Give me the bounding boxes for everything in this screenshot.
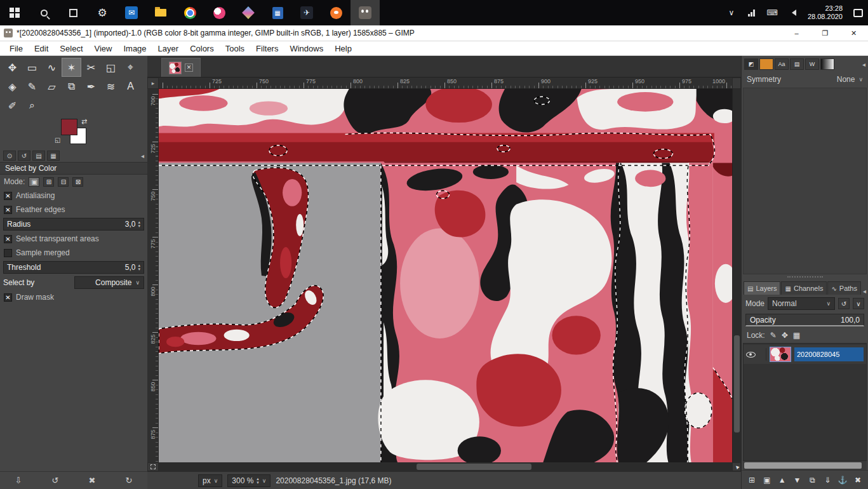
tool-crop[interactable]: ✂	[81, 58, 101, 77]
quick-mask-toggle[interactable]	[147, 462, 159, 471]
select-transparent-option[interactable]: Select transparent areas	[0, 232, 147, 246]
menu-filters[interactable]: Filters	[250, 41, 284, 56]
threshold-value[interactable]: 5,0	[125, 263, 136, 272]
zoom-dropdown[interactable]: 300 % ▴▾ ∨	[227, 474, 270, 487]
lower-layer-button[interactable]: ▼	[791, 474, 804, 486]
radius-spinner[interactable]: Radius 3,0 ▴▾	[3, 218, 144, 231]
menu-help[interactable]: Help	[329, 41, 357, 56]
network-button[interactable]	[742, 0, 762, 25]
delete-options-button[interactable]: ✖	[77, 474, 107, 488]
vertical-scrollbar-thumb[interactable]	[734, 335, 740, 432]
taskbar-app-calculator[interactable]: ▦	[263, 0, 292, 25]
volume-button[interactable]	[782, 0, 803, 25]
merge-down-button[interactable]: ⇓	[821, 474, 834, 486]
menu-file[interactable]: File	[4, 41, 29, 56]
restore-options-button[interactable]: ↺	[41, 474, 70, 488]
vertical-ruler[interactable]: 700 725 750 775 800 825 850 875	[147, 89, 159, 462]
foreground-color-swatch[interactable]	[61, 119, 77, 135]
document-history-tab[interactable]: ▤	[790, 58, 804, 70]
tool-zoom[interactable]: ⌕	[22, 96, 42, 115]
menu-windows[interactable]: Windows	[284, 41, 329, 56]
spin-down-icon[interactable]: ▾	[138, 224, 140, 228]
mode-menu-button[interactable]: ∨	[853, 298, 864, 309]
taskbar-app-gimp[interactable]	[351, 0, 380, 25]
menu-view[interactable]: View	[89, 41, 118, 56]
dialogs-tab[interactable]: ▦	[47, 151, 60, 161]
symmetry-dropdown[interactable]: None ∨	[837, 75, 863, 84]
tool-unified-transform[interactable]: ◱	[101, 58, 121, 77]
blend-space-button[interactable]: ↺	[838, 298, 850, 309]
tab-channels[interactable]: ▦ Channels	[781, 281, 827, 295]
canvas[interactable]	[159, 89, 732, 462]
tool-text[interactable]: A	[121, 77, 140, 96]
taskbar-app-blender[interactable]	[321, 0, 351, 25]
horizontal-scrollbar-thumb[interactable]	[417, 464, 531, 470]
raise-layer-button[interactable]: ▲	[776, 474, 789, 486]
duplicate-layer-button[interactable]: ⧉	[806, 474, 818, 486]
draw-mask-option[interactable]: Draw mask	[0, 290, 147, 304]
dock-collapse-icon[interactable]: ◂	[141, 152, 144, 159]
draw-mask-checkbox[interactable]	[4, 293, 12, 302]
tool-color-picker[interactable]: ✐	[3, 96, 22, 115]
taskbar-app-chrome[interactable]	[175, 0, 204, 25]
feather-edges-checkbox[interactable]	[4, 206, 12, 214]
new-group-button[interactable]: ▣	[761, 474, 773, 486]
ruler-corner-button[interactable]: ▸	[147, 77, 159, 89]
feather-edges-option[interactable]: Feather edges	[0, 203, 147, 217]
brush-editor-tab[interactable]: W	[805, 58, 819, 70]
tool-clone[interactable]: ⧉	[62, 77, 81, 96]
minimize-button[interactable]: –	[782, 25, 811, 41]
tray-chevron-button[interactable]: ∨	[721, 0, 742, 25]
anchor-layer-button[interactable]: ⚓	[836, 474, 849, 486]
taskbar-app-mail[interactable]: ✉	[117, 0, 146, 25]
menu-tools[interactable]: Tools	[220, 41, 250, 56]
navigation-button[interactable]: ▲	[732, 462, 741, 471]
taskbar-app-explorer[interactable]	[146, 0, 175, 25]
tab-close-icon[interactable]: ✕	[185, 64, 193, 72]
mode-subtract-button[interactable]: ⊟	[58, 177, 69, 187]
tool-ink[interactable]: ✒	[81, 77, 101, 96]
notifications-button[interactable]	[848, 0, 868, 25]
close-button[interactable]: ✕	[839, 25, 868, 41]
lock-alpha-icon[interactable]: ▦	[793, 331, 800, 340]
vertical-scrollbar[interactable]	[732, 89, 741, 462]
mode-intersect-button[interactable]: ⊠	[72, 177, 83, 187]
sample-merged-checkbox[interactable]	[4, 249, 12, 257]
taskbar-app-paper-plane[interactable]: ✈	[292, 0, 321, 25]
fonts-tab[interactable]: Aa	[775, 58, 789, 70]
lock-pixels-icon[interactable]: ✎	[770, 331, 777, 340]
menu-layer[interactable]: Layer	[152, 41, 185, 56]
layer-link-cell[interactable]	[759, 348, 766, 361]
clock[interactable]: 23:28 28.08.2020	[803, 4, 848, 21]
tool-free-select[interactable]: ∿	[42, 58, 62, 77]
reset-colors-icon[interactable]: ◱	[55, 137, 60, 144]
taskbar-app-settings[interactable]: ⚙	[88, 0, 117, 25]
tool-move[interactable]: ✥	[3, 58, 22, 77]
tool-select-by-color[interactable]: ✶	[62, 58, 81, 77]
save-options-button[interactable]: ⇩	[4, 474, 33, 488]
task-view-button[interactable]	[58, 0, 88, 25]
reset-options-button[interactable]: ↻	[114, 474, 144, 488]
spin-down-icon[interactable]: ▾	[138, 267, 140, 271]
antialiasing-checkbox[interactable]	[4, 192, 12, 200]
menu-select[interactable]: Select	[54, 41, 88, 56]
panel-splitter[interactable]	[742, 274, 868, 279]
layer-thumbnail[interactable]	[770, 347, 791, 362]
menu-edit[interactable]: Edit	[29, 41, 54, 56]
layer-list-scrollbar[interactable]	[743, 461, 867, 470]
menu-image[interactable]: Image	[117, 41, 152, 56]
threshold-spinner[interactable]: Threshold 5,0 ▴▾	[3, 261, 144, 274]
taskbar-app-krita[interactable]	[204, 0, 234, 25]
tool-handle-transform[interactable]: ⌖	[121, 58, 140, 77]
tool-smudge[interactable]: ≋	[101, 77, 121, 96]
tool-options-tab[interactable]: ⊙	[3, 151, 16, 161]
dock-collapse-icon[interactable]: ◂	[862, 61, 865, 68]
antialiasing-option[interactable]: Antialiasing	[0, 189, 147, 203]
mode-replace-button[interactable]: ▣	[29, 177, 39, 187]
tab-paths[interactable]: ∿ Paths	[827, 281, 861, 295]
tab-layers[interactable]: ▤ Layers	[744, 281, 780, 295]
lock-position-icon[interactable]: ✥	[782, 331, 788, 340]
layer-mode-dropdown[interactable]: Normal ∨	[768, 297, 835, 310]
opacity-slider[interactable]: Opacity 100,0	[745, 314, 864, 326]
menu-colors[interactable]: Colors	[184, 41, 220, 56]
